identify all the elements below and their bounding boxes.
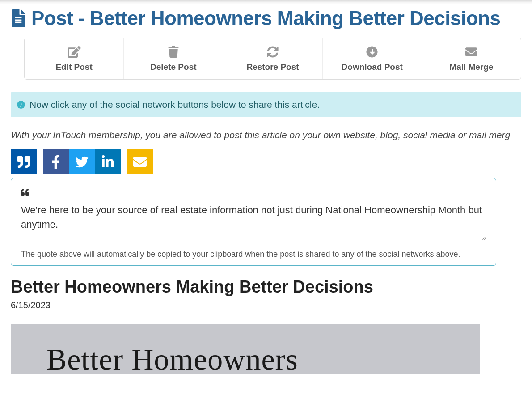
share-facebook-button[interactable] — [43, 149, 69, 174]
restore-post-button[interactable]: Restore Post — [223, 38, 322, 79]
resize-handle-icon[interactable] — [481, 234, 486, 240]
restore-label: Restore Post — [246, 62, 299, 72]
delete-post-button[interactable]: Delete Post — [124, 38, 223, 79]
envelope-icon — [464, 46, 478, 58]
refresh-icon — [266, 46, 279, 58]
share-email-button[interactable] — [127, 149, 153, 174]
top-gradient — [0, 0, 532, 4]
trash-icon — [167, 46, 180, 58]
facebook-icon — [49, 155, 63, 169]
linkedin-icon — [101, 155, 114, 169]
quote-card: We're here to be your source of real est… — [11, 178, 496, 266]
title-main: Better Homeowners Making Better Decision… — [90, 7, 500, 29]
quote-textarea[interactable]: We're here to be your source of real est… — [21, 203, 486, 232]
download-label: Download Post — [342, 62, 403, 72]
page-container: Post - Better Homeowners Making Better D… — [0, 7, 532, 374]
share-buttons-row — [11, 149, 521, 174]
post-toolbar: Edit Post Delete Post Restore Post Downl… — [24, 38, 521, 80]
quote-icon — [17, 155, 30, 169]
file-icon — [11, 9, 26, 27]
article-title: Better Homeowners Making Better Decision… — [11, 277, 521, 297]
edit-post-button[interactable]: Edit Post — [25, 38, 124, 79]
share-twitter-button[interactable] — [69, 149, 95, 174]
mailmerge-label: Mail Merge — [449, 62, 493, 72]
article-date: 6/15/2023 — [11, 300, 521, 310]
quote-text: We're here to be your source of real est… — [21, 204, 482, 230]
share-quote-button[interactable] — [11, 149, 37, 174]
mail-merge-button[interactable]: Mail Merge — [422, 38, 521, 79]
twitter-icon — [75, 155, 89, 169]
email-icon — [133, 155, 147, 169]
article-hero-image: Better Homeowners — [11, 324, 480, 374]
page-title-text: Post - Better Homeowners Making Better D… — [31, 7, 500, 30]
quote-help-text: The quote above will automatically be co… — [21, 250, 486, 259]
title-prefix: Post - — [31, 7, 90, 29]
hero-text: Better Homeowners — [46, 342, 480, 374]
share-linkedin-button[interactable] — [95, 149, 121, 174]
quote-left-icon — [21, 188, 486, 199]
edit-label: Edit Post — [55, 62, 92, 72]
share-alert: i Now click any of the social network bu… — [11, 92, 521, 117]
membership-note: With your InTouch membership, you are al… — [11, 130, 521, 140]
info-icon: i — [17, 101, 25, 109]
delete-label: Delete Post — [150, 62, 196, 72]
download-icon — [365, 46, 379, 58]
download-post-button[interactable]: Download Post — [323, 38, 422, 79]
edit-icon — [68, 46, 81, 58]
page-title: Post - Better Homeowners Making Better D… — [11, 7, 521, 30]
alert-text: Now click any of the social network butt… — [30, 99, 320, 110]
